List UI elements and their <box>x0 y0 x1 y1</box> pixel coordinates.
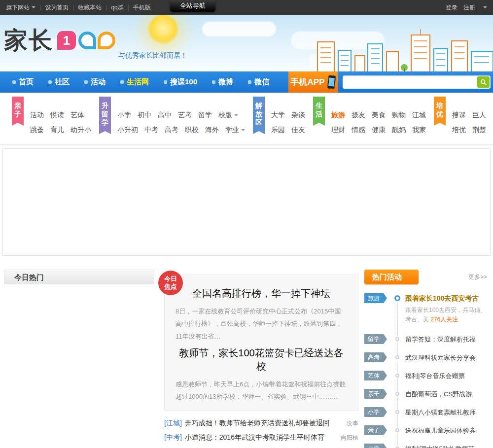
category-ribbon-生活[interactable]: 生活 <box>313 97 325 126</box>
activity-title[interactable]: 星期八小镇套票献礼教师 <box>405 407 489 417</box>
activity-tag-badge[interactable]: 小学 <box>364 444 387 448</box>
category-link-学业[interactable]: 学业 <box>225 126 245 135</box>
news-row[interactable]: [中考]小道消息：2016年武汉中考取消学生平时体育向阳植 <box>164 431 358 445</box>
category-link-活动[interactable]: 活动 <box>30 111 44 120</box>
topbar-link-3[interactable]: 收藏本站 <box>78 3 102 12</box>
activity-tag-badge[interactable]: 小学 <box>364 407 387 417</box>
activity-item[interactable]: 旅游跟着家长100去西安考古跟着家长100去西安，兵马俑、考古、美 276人关注 <box>364 293 489 324</box>
activity-title[interactable]: 留学答疑：深度解析托福 <box>405 334 489 345</box>
activity-tag-badge[interactable]: 留学 <box>364 334 387 344</box>
category-link-巨人[interactable]: 巨人 <box>472 111 486 120</box>
category-link-大学[interactable]: 大学 <box>271 111 285 120</box>
category-link-情感[interactable]: 情感 <box>352 126 365 135</box>
search-input[interactable] <box>344 76 477 88</box>
category-link-培优[interactable]: 培优 <box>452 126 466 135</box>
category-link-我家[interactable]: 我家 <box>412 126 426 135</box>
category-link-小学[interactable]: 小学 <box>117 111 131 120</box>
category-link-荆楚[interactable]: 荆楚 <box>472 126 486 135</box>
activity-item[interactable]: 高考武汉理科状元家长分享会 <box>364 352 489 363</box>
nav-dot-icon <box>84 80 88 84</box>
category-link-悦读[interactable]: 悦读 <box>50 111 64 120</box>
category-link-摄友[interactable]: 摄友 <box>352 111 365 120</box>
story-title[interactable]: 全国名高排行榜，华一掉下神坛 <box>176 287 347 300</box>
category-link-校版[interactable]: 校版 <box>218 111 238 120</box>
category-link-江城[interactable]: 江城 <box>412 111 426 120</box>
activity-item[interactable]: 亲子送祝福赢儿童乐园体验券 <box>364 425 489 436</box>
activity-tag-badge[interactable]: 亲子 <box>364 425 387 435</box>
nav-item-首页[interactable]: 首页 <box>5 71 41 93</box>
category-link-佳友[interactable]: 佳友 <box>291 126 305 135</box>
activity-title[interactable]: 武汉理科状元家长分享会 <box>405 352 489 363</box>
category-link-海外[interactable]: 海外 <box>205 126 219 135</box>
topbar-link-5[interactable]: 手机版 <box>133 3 151 12</box>
site-nav-toggle-button[interactable]: 全站导航 <box>170 0 215 12</box>
category-link-小升初[interactable]: 小升初 <box>117 126 138 135</box>
topbar-link-1[interactable]: 旗下网站 <box>6 3 35 12</box>
category-link-杂谈[interactable]: 杂谈 <box>291 111 305 120</box>
category-link-高考[interactable]: 高考 <box>165 126 178 135</box>
story-title[interactable]: 教师节，家长100花篮贺卡已经送达各校 <box>176 346 347 373</box>
activity-title[interactable]: 自酿葡萄酒，CS野战游 <box>405 389 489 399</box>
nav-item-label: 首页 <box>19 77 34 87</box>
category-link-育儿[interactable]: 育儿 <box>50 126 64 135</box>
news-row[interactable]: [育儿]你的孩子看中荣誉么？她会为荣誉而努力么？锐比 <box>164 445 358 448</box>
category-link-艺体[interactable]: 艺体 <box>70 111 84 120</box>
category-link-购物[interactable]: 购物 <box>392 111 406 120</box>
activity-tag-badge[interactable]: 高考 <box>364 352 387 362</box>
login-link[interactable]: 登录 <box>446 3 458 12</box>
category-link-幼升小[interactable]: 幼升小 <box>70 126 91 135</box>
category-link-健康[interactable]: 健康 <box>372 126 386 135</box>
nav-item-微信[interactable]: 微信 <box>241 71 277 93</box>
nav-item-搜课100[interactable]: 搜课100 <box>156 71 205 93</box>
nav-item-社区[interactable]: 社区 <box>41 71 77 93</box>
site-logo[interactable]: 家长 1 <box>4 29 115 52</box>
category-link-乐园[interactable]: 乐园 <box>271 126 285 135</box>
news-tag[interactable]: [中考] <box>164 433 182 442</box>
activity-title[interactable]: 福利|理中送5款礼教师节 <box>405 444 489 448</box>
activity-title[interactable]: 跟着家长100去西安考古 <box>405 293 489 304</box>
news-title[interactable]: 小道消息：2016年武汉中考取消学生平时体育 <box>185 433 336 442</box>
activity-item[interactable]: 小学星期八小镇套票献礼教师 <box>364 407 489 417</box>
category-link-旅游[interactable]: 旅游 <box>331 111 345 120</box>
activity-item[interactable]: 亲子自酿葡萄酒，CS野战游 <box>364 389 489 399</box>
category-link-中考[interactable]: 中考 <box>144 126 158 135</box>
activity-item[interactable]: 艺体福利|琴台音乐会赠票 <box>364 371 489 381</box>
category-link-高中[interactable]: 高中 <box>158 111 172 120</box>
nav-item-生活网[interactable]: 生活网 <box>113 71 156 93</box>
search-button[interactable] <box>477 76 490 88</box>
topbar-link-4[interactable]: qq群 <box>111 3 123 12</box>
activity-item[interactable]: 小学福利|理中送5款礼教师节 <box>364 444 489 448</box>
activity-tag-badge[interactable]: 亲子 <box>364 389 387 399</box>
category-link-艺考[interactable]: 艺考 <box>178 111 192 120</box>
category-ribbon-亲子[interactable]: 亲子 <box>12 97 24 126</box>
badge-line-2: 焦点 <box>164 283 177 291</box>
register-link[interactable]: 注册 <box>463 3 475 12</box>
news-title[interactable]: 弄巧成拙！教师节给老师充话费送礼却要被退回 <box>185 419 342 428</box>
category-link-理财[interactable]: 理财 <box>331 126 345 135</box>
nav-item-活动[interactable]: 活动 <box>77 71 113 93</box>
today-hot-header: 今日热门 <box>4 270 154 284</box>
site-header: 家长 1 与优秀家长比邻而居！ <box>0 15 493 71</box>
category-link-初中[interactable]: 初中 <box>138 111 151 120</box>
category-ribbon-解放区[interactable]: 解放区 <box>253 97 265 134</box>
category-ribbon-培优[interactable]: 培优 <box>434 97 446 126</box>
activity-tag-badge[interactable]: 艺体 <box>364 371 387 380</box>
activity-item[interactable]: 留学留学答疑：深度解析托福 <box>364 334 489 345</box>
category-link-搜课[interactable]: 搜课 <box>452 111 466 120</box>
news-row[interactable]: [江城]弄巧成拙！教师节给老师充话费送礼却要被退回没事 <box>164 416 358 431</box>
more-link[interactable]: 更多>> <box>468 273 489 281</box>
news-tag[interactable]: [江城] <box>164 419 182 428</box>
mobile-app-button[interactable]: 手机APP <box>288 71 338 93</box>
activity-title[interactable]: 送祝福赢儿童乐园体验券 <box>405 425 489 436</box>
category-link-职校[interactable]: 职校 <box>185 126 199 135</box>
category-link-跳蚤[interactable]: 跳蚤 <box>30 126 44 135</box>
activity-tag-badge[interactable]: 旅游 <box>364 293 387 303</box>
nav-item-微博[interactable]: 微博 <box>205 71 241 93</box>
category-link-留学[interactable]: 留学 <box>198 111 212 120</box>
topbar-link-2[interactable]: 设为首页 <box>45 3 69 12</box>
category-link-美食[interactable]: 美食 <box>372 111 386 120</box>
activity-title[interactable]: 福利|琴台音乐会赠票 <box>405 371 489 381</box>
category-link-靓妈[interactable]: 靓妈 <box>392 126 406 135</box>
category-links: 活动悦读艺体跳蚤育儿幼升小 <box>30 97 91 135</box>
category-ribbon-升留学[interactable]: 升留学 <box>99 97 111 134</box>
